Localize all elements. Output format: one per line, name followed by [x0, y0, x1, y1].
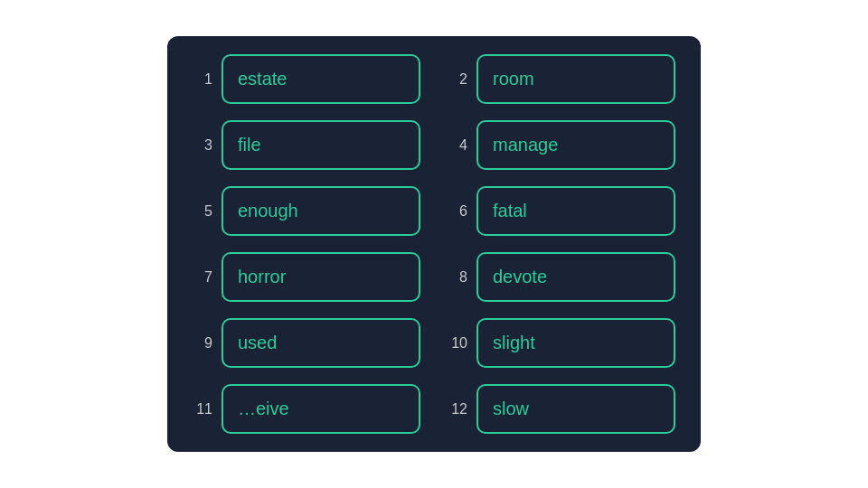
word-item[interactable]: 3file: [193, 120, 420, 170]
word-box[interactable]: slow: [476, 384, 675, 434]
word-box[interactable]: used: [222, 318, 420, 368]
word-grid: 1estate2room3file4manage5enough6fatal7ho…: [167, 36, 701, 452]
word-text: …eive: [238, 399, 289, 418]
word-number: 12: [448, 401, 467, 418]
word-number: 11: [193, 401, 212, 418]
word-text: room: [493, 69, 534, 89]
word-text: enough: [238, 201, 298, 221]
word-number: 6: [448, 203, 467, 220]
word-text: fatal: [493, 201, 527, 221]
word-text: slow: [493, 399, 529, 418]
word-number: 7: [193, 269, 212, 286]
word-number: 8: [448, 269, 467, 286]
word-item[interactable]: 2room: [448, 54, 675, 104]
word-item[interactable]: 12slow: [448, 384, 675, 434]
word-number: 3: [193, 137, 212, 154]
word-number: 10: [448, 335, 467, 352]
word-text: slight: [493, 333, 535, 352]
word-text: manage: [493, 135, 558, 155]
word-item[interactable]: 8devote: [448, 252, 675, 302]
word-item[interactable]: 9used: [193, 318, 420, 368]
word-box[interactable]: room: [476, 54, 675, 104]
word-number: 4: [448, 137, 467, 154]
word-box[interactable]: enough: [222, 186, 420, 236]
word-text: devote: [493, 267, 547, 286]
word-item[interactable]: 10slight: [448, 318, 675, 368]
word-box[interactable]: …eive: [222, 384, 420, 434]
word-text: used: [238, 333, 277, 352]
word-box[interactable]: estate: [222, 54, 420, 104]
word-box[interactable]: devote: [476, 252, 675, 302]
word-item[interactable]: 1estate: [193, 54, 420, 104]
word-number: 1: [193, 71, 212, 88]
word-item[interactable]: 11…eive: [193, 384, 420, 434]
word-box[interactable]: horror: [222, 252, 420, 302]
word-text: estate: [238, 69, 287, 89]
word-number: 2: [448, 71, 467, 88]
word-box[interactable]: fatal: [476, 186, 675, 236]
word-item[interactable]: 7horror: [193, 252, 420, 302]
word-box[interactable]: slight: [476, 318, 675, 368]
word-item[interactable]: 4manage: [448, 120, 675, 170]
word-number: 5: [193, 203, 212, 220]
word-number: 9: [193, 335, 212, 352]
word-item[interactable]: 6fatal: [448, 186, 675, 236]
word-box[interactable]: manage: [476, 120, 675, 170]
word-box[interactable]: file: [222, 120, 420, 170]
word-text: horror: [238, 267, 286, 286]
word-item[interactable]: 5enough: [193, 186, 420, 236]
word-text: file: [238, 135, 261, 155]
